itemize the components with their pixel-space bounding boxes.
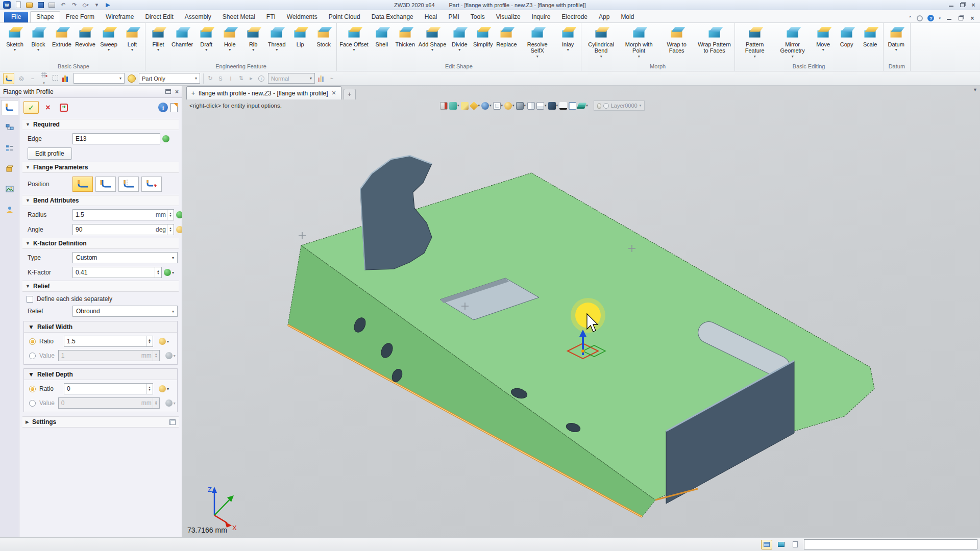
undo-icon[interactable]: ↶ (59, 2, 67, 9)
ribbon-button-fillet[interactable]: Fillet▾ (146, 23, 170, 52)
rd-value-radio[interactable] (29, 400, 36, 407)
visual-manager-icon[interactable] (2, 161, 18, 177)
render-image-icon[interactable] (2, 182, 18, 197)
minus-icon[interactable]: − (29, 76, 37, 82)
pick-filter-icon[interactable]: ◎ (17, 75, 26, 82)
play-icon[interactable]: ▶ (104, 2, 112, 9)
menu-file[interactable]: File (4, 12, 28, 22)
rw-ratio-radio[interactable] (29, 338, 36, 345)
ribbon-button-hole[interactable]: Hole▾ (218, 23, 241, 52)
ribbon-button-copy[interactable]: Copy▾ (835, 23, 859, 52)
edit-profile-button[interactable]: Edit profile (28, 147, 72, 160)
help-icon[interactable]: ? (927, 15, 934, 21)
position-option-3-button[interactable] (118, 177, 139, 192)
kfactor-lamp-icon[interactable] (164, 269, 171, 276)
position-option-2-button[interactable] (95, 177, 116, 192)
ribbon-button-loft[interactable]: Loft▾ (120, 23, 144, 52)
ribbon-button-thread[interactable]: Thread▾ (265, 23, 288, 52)
menu-shape[interactable]: Shape (30, 11, 60, 22)
redo-icon[interactable]: ↷ (70, 2, 78, 9)
ribbon-button-lip[interactable]: Lip▾ (288, 23, 312, 52)
kfactor-field[interactable]: ▲▼ (72, 267, 162, 278)
rd-ratio-spinner[interactable]: ▲▼ (146, 384, 153, 394)
role-user-icon[interactable] (2, 202, 18, 217)
rd-ratio-lamp-icon[interactable] (159, 385, 166, 392)
status-grid-toggle[interactable] (761, 540, 772, 549)
history-list-icon[interactable] (2, 141, 18, 156)
rd-ratio-input[interactable] (67, 385, 146, 392)
ribbon-button-datum[interactable]: Datum▾ (885, 23, 908, 52)
ribbon-collapse-icon[interactable]: ⌃ (908, 15, 912, 21)
status-display-toggle[interactable] (775, 540, 787, 549)
section-kfactor[interactable]: ▼K-factor Definition (22, 238, 179, 249)
ribbon-button-face-offset[interactable]: Face Offset▾ (338, 23, 370, 52)
menu-tools[interactable]: Tools (465, 12, 491, 22)
section-required[interactable]: ▼Required (22, 119, 179, 130)
menu-heal[interactable]: Heal (419, 12, 443, 22)
kfactor-input[interactable] (76, 269, 155, 276)
menu-free-form[interactable]: Free Form (60, 12, 100, 22)
menu-pmi[interactable]: PMI (443, 12, 464, 22)
define-each-side-row[interactable]: Define each side separately (27, 295, 178, 303)
section-relief-width[interactable]: ▼Relief Width (24, 321, 177, 333)
rd-ratio-field[interactable]: ▲▼ (64, 383, 153, 394)
rw-ratio-spinner[interactable]: ▲▼ (146, 336, 153, 346)
panel-dock-icon[interactable] (165, 89, 171, 94)
view-orient-icon[interactable]: ◇▾ (82, 2, 89, 9)
radius-lamp-icon[interactable] (176, 211, 182, 218)
save-icon[interactable] (37, 2, 44, 9)
ribbon-button-inlay[interactable]: Inlay▾ (556, 23, 580, 52)
doc-restore-button[interactable] (957, 15, 964, 21)
active-command-icon[interactable] (3, 73, 14, 84)
ribbon-button-block[interactable]: Block▾ (27, 23, 50, 52)
apply-continue-button[interactable] (57, 101, 70, 114)
menu-assembly[interactable]: Assembly (179, 12, 217, 22)
ribbon-button-morph-with-point[interactable]: Morph with Point▾ (620, 23, 658, 59)
menu-data-exchange[interactable]: Data Exchange (366, 12, 419, 22)
ok-button[interactable]: ✓ (23, 101, 39, 114)
color-bars-icon[interactable] (62, 75, 70, 82)
ribbon-button-simplify[interactable]: Simplify▾ (471, 23, 495, 52)
ribbon-button-mirror-geometry[interactable]: Mirror Geometry▾ (774, 23, 812, 59)
ribbon-button-extrude[interactable]: Extrude▾ (50, 23, 74, 52)
cancel-button[interactable]: × (41, 101, 55, 114)
restore-button[interactable] (959, 2, 966, 8)
section-settings[interactable]: ▶Settings (22, 416, 179, 428)
scope-dropdown[interactable]: Part Only▾ (139, 73, 200, 84)
relief-dropdown[interactable]: Obround▾ (72, 306, 178, 317)
menu-visualize[interactable]: Visualize (491, 12, 526, 22)
ribbon-button-rib[interactable]: Rib▾ (241, 23, 265, 52)
ribbon-button-thicken[interactable]: Thicken▾ (394, 23, 417, 52)
angle-lamp-icon[interactable] (176, 226, 182, 233)
section-flange-parameters[interactable]: ▼Flange Parameters (22, 162, 179, 173)
ribbon-button-stock[interactable]: Stock▾ (312, 23, 335, 52)
rw-ratio-lamp-icon[interactable] (159, 338, 166, 345)
settings-gear-icon[interactable] (917, 15, 923, 21)
type-dropdown[interactable]: Custom▾ (72, 252, 178, 263)
rw-value-radio[interactable] (29, 353, 36, 359)
section-relief-depth[interactable]: ▼Relief Depth (24, 369, 177, 380)
rw-ratio-field[interactable]: ▲▼ (64, 336, 153, 347)
menu-inquire[interactable]: Inquire (526, 12, 556, 22)
menu-app[interactable]: App (593, 12, 615, 22)
settings-detach-icon[interactable] (169, 419, 176, 425)
menu-electrode[interactable]: Electrode (556, 12, 593, 22)
menu-mold[interactable]: Mold (615, 12, 640, 22)
rd-ratio-radio[interactable] (29, 386, 36, 392)
ribbon-button-add-shape[interactable]: Add Shape▾ (417, 23, 448, 52)
edge-field[interactable] (72, 133, 160, 144)
doc-close-button[interactable]: × (969, 15, 976, 21)
ribbon-button-revolve[interactable]: Revolve▾ (74, 23, 97, 52)
ribbon-button-pattern-feature[interactable]: Pattern Feature▾ (736, 23, 774, 59)
angle-spinner[interactable]: ▲▼ (167, 224, 174, 235)
angle-input[interactable] (76, 226, 155, 233)
ribbon-button-scale[interactable]: Scale▾ (859, 23, 882, 52)
ribbon-button-sketch[interactable]: Sketch▾ (3, 23, 27, 52)
section-relief[interactable]: ▼Relief (22, 281, 179, 292)
ribbon-button-sweep[interactable]: Sweep▾ (97, 23, 120, 52)
config-dropdown[interactable]: ▾ (74, 73, 125, 84)
kfactor-spinner[interactable]: ▲▼ (155, 267, 161, 278)
ribbon-button-cylindrical-bend[interactable]: Cylindrical Bend▾ (582, 23, 620, 59)
edge-input[interactable] (76, 135, 160, 142)
radius-input[interactable] (76, 211, 155, 218)
